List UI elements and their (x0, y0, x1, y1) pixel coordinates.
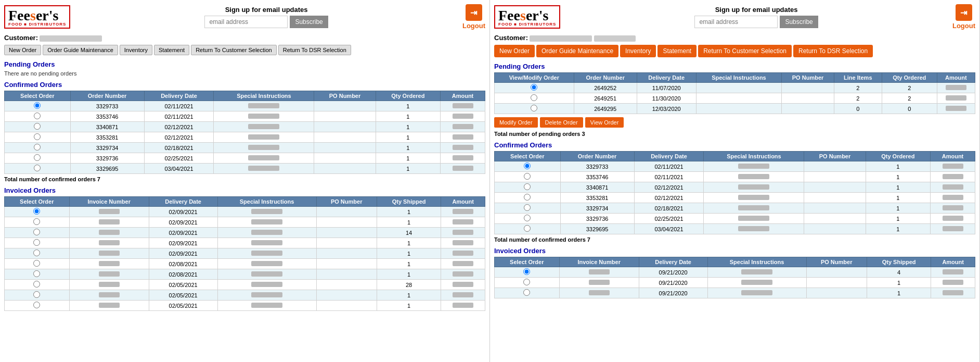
row-radio[interactable] (33, 229, 40, 235)
subscribe-button-right[interactable]: Subscribe (780, 16, 818, 28)
confirmed-orders-title-right: Confirmed Orders (494, 141, 975, 149)
email-signup-right: Sign up for email updates Subscribe (694, 6, 818, 28)
email-input[interactable] (204, 16, 288, 28)
delivery-date: 02/11/2021 (634, 161, 704, 172)
row-radio[interactable] (531, 84, 537, 91)
special-instructions (738, 164, 769, 169)
row-radio[interactable] (33, 260, 40, 267)
special-instructions (248, 124, 279, 129)
row-radio[interactable] (524, 225, 531, 232)
row-radio[interactable] (34, 113, 41, 119)
delivery-date: 02/09/2021 (149, 238, 217, 248)
pending-orders-title: Pending Orders (4, 60, 485, 68)
col-amount: Amount (931, 257, 975, 267)
line-items: 2 (834, 83, 882, 93)
order-number: 3329695 (70, 164, 144, 174)
row-radio[interactable] (34, 144, 41, 151)
row-radio[interactable] (524, 163, 531, 169)
return-dsr-button[interactable]: Return To DSR Selection (278, 45, 351, 55)
invoiced-orders-title-right: Invoiced Orders (494, 247, 975, 255)
delivery-date: 02/12/2021 (634, 193, 704, 203)
return-customer-btn-right[interactable]: Return To Customer Selection (698, 45, 792, 57)
amount (453, 292, 473, 297)
col-line-items: Line Items (834, 73, 882, 83)
row-radio[interactable] (33, 291, 40, 298)
row-radio[interactable] (33, 208, 40, 215)
table-row: 3329734 02/18/2021 1 (5, 143, 485, 153)
statement-btn-right[interactable]: Statement (657, 45, 697, 57)
row-radio[interactable] (33, 249, 40, 256)
table-row: 02/09/2021 1 (5, 248, 485, 259)
qty-ordered: 1 (376, 122, 440, 132)
invoice-number (99, 219, 120, 224)
logout-button-right[interactable]: ⇥ Logout (952, 4, 975, 30)
delivery-date: 02/05/2021 (149, 280, 217, 290)
row-radio[interactable] (34, 165, 41, 171)
row-radio[interactable] (524, 215, 531, 221)
row-radio[interactable] (524, 194, 531, 201)
row-radio[interactable] (524, 204, 531, 211)
return-customer-button[interactable]: Return To Customer Selection (191, 45, 277, 55)
new-order-button[interactable]: New Order (4, 45, 41, 55)
qty-shipped: 1 (377, 238, 441, 248)
logout-button[interactable]: ⇥ Logout (462, 4, 485, 30)
row-radio[interactable] (33, 218, 40, 225)
left-panel: Feeser's FOOD ■ DISTRIBUTORS Sign up for… (0, 0, 490, 362)
row-radio[interactable] (523, 268, 530, 275)
delete-order-button[interactable]: Delete Order (540, 117, 583, 128)
amount (453, 145, 473, 150)
invoiced-orders-title: Invoiced Orders (4, 186, 485, 194)
order-number: 3329734 (560, 203, 634, 214)
modify-order-button[interactable]: Modify Order (494, 117, 538, 128)
col-po: PO Number (314, 91, 376, 101)
row-radio[interactable] (34, 133, 41, 140)
amount (943, 205, 963, 210)
row-radio[interactable] (33, 302, 40, 308)
qty-ordered: 2 (882, 83, 937, 93)
inventory-button[interactable]: Inventory (120, 45, 152, 55)
row-radio[interactable] (34, 102, 41, 109)
delivery-date: 02/09/2021 (149, 228, 217, 238)
col-delivery: Delivery Date (144, 91, 214, 101)
order-guide-button[interactable]: Order Guide Maintenance (43, 45, 118, 55)
delivery-date: 02/11/2021 (144, 111, 214, 122)
view-order-button[interactable]: View Order (585, 117, 624, 128)
amount (453, 230, 473, 235)
row-radio[interactable] (34, 154, 41, 161)
row-radio[interactable] (524, 173, 531, 180)
row-radio[interactable] (531, 94, 537, 101)
table-row: 3353281 02/12/2021 1 (5, 132, 485, 143)
special-instructions (251, 251, 282, 256)
email-input-right[interactable] (694, 16, 778, 28)
col-invoice: Invoice Number (559, 257, 639, 267)
delivery-date: 02/11/2021 (634, 172, 704, 182)
special-instructions (251, 209, 282, 214)
row-radio[interactable] (33, 281, 40, 288)
qty-shipped: 1 (867, 288, 931, 298)
col-shipped: Qty Shipped (867, 257, 931, 267)
order-guide-btn-right[interactable]: Order Guide Maintenance (536, 45, 618, 57)
row-radio[interactable] (523, 279, 530, 285)
email-row-right: Subscribe (694, 16, 818, 28)
row-radio[interactable] (34, 123, 41, 130)
return-dsr-btn-right[interactable]: Return To DSR Selection (793, 45, 873, 57)
col-amount: Amount (937, 73, 975, 83)
row-radio[interactable] (33, 270, 40, 277)
col-special: Special Instructions (707, 257, 806, 267)
inventory-btn-right[interactable]: Inventory (620, 45, 656, 57)
statement-button[interactable]: Statement (154, 45, 189, 55)
subscribe-button[interactable]: Subscribe (290, 16, 328, 28)
logo: Feeser's FOOD ■ DISTRIBUTORS (4, 5, 70, 29)
logout-icon-right: ⇥ (956, 4, 972, 21)
row-radio[interactable] (524, 183, 531, 190)
col-po: PO Number (806, 257, 867, 267)
special-instructions (248, 166, 279, 171)
row-radio[interactable] (531, 105, 537, 111)
invoice-number (99, 261, 120, 266)
new-order-btn-right[interactable]: New Order (494, 45, 535, 57)
amount (943, 290, 963, 295)
row-radio[interactable] (523, 289, 530, 296)
table-row: 3329695 03/04/2021 1 (495, 224, 975, 234)
row-radio[interactable] (33, 239, 40, 246)
qty-shipped: 1 (377, 301, 441, 311)
